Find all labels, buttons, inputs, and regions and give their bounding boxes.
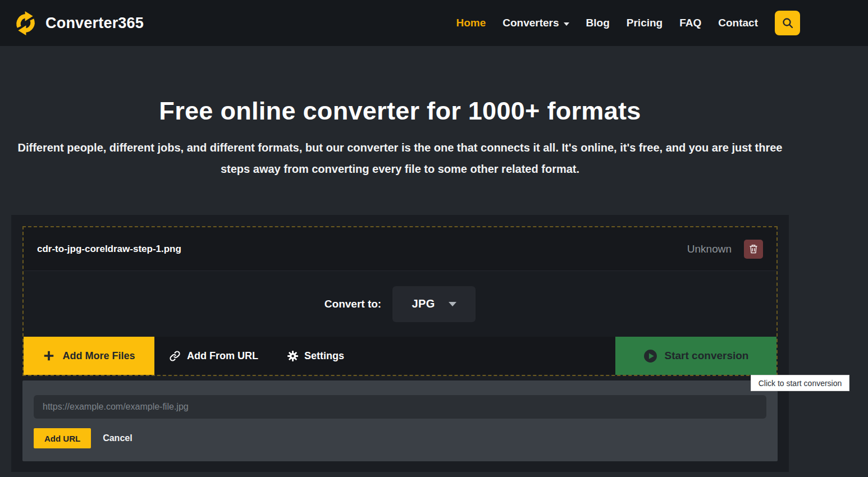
- nav-item-faq[interactable]: FAQ: [679, 17, 701, 29]
- nav-item-pricing[interactable]: Pricing: [627, 17, 663, 29]
- search-button[interactable]: [775, 11, 800, 35]
- add-more-files-button[interactable]: Add More Files: [24, 337, 154, 375]
- link-icon: [169, 350, 181, 362]
- add-url-button[interactable]: Add URL: [34, 428, 91, 448]
- file-dropzone[interactable]: cdr-to-jpg-coreldraw-step-1.png Unknown: [22, 226, 778, 376]
- page-title: Free online converter for 1000+ formats: [0, 97, 800, 126]
- start-conversion-button[interactable]: Start conversion: [615, 337, 776, 375]
- url-input[interactable]: [34, 395, 766, 419]
- selected-format: JPG: [412, 297, 435, 310]
- logo-icon: [12, 10, 39, 36]
- main-nav: Home Converters Blog Pricing FAQ Contact: [456, 11, 800, 35]
- search-icon: [782, 17, 794, 29]
- chevron-down-icon: [564, 22, 569, 26]
- gear-icon: [287, 351, 298, 361]
- trash-icon: [749, 244, 758, 254]
- file-name: cdr-to-jpg-coreldraw-step-1.png: [37, 244, 181, 255]
- file-row: cdr-to-jpg-coreldraw-step-1.png Unknown: [24, 227, 776, 271]
- chevron-down-icon: [449, 302, 456, 306]
- start-conversion-tooltip: Click to start conversion: [751, 375, 849, 391]
- delete-file-button[interactable]: [744, 240, 763, 259]
- converter-box: cdr-to-jpg-coreldraw-step-1.png Unknown: [11, 215, 789, 472]
- brand[interactable]: Converter365: [12, 10, 144, 36]
- brand-name: Converter365: [45, 15, 144, 32]
- actions-row: Add More Files Add From URL: [24, 337, 776, 375]
- plus-icon: [43, 350, 55, 362]
- navbar: Converter365 Home Converters Blog Pricin…: [0, 0, 868, 46]
- settings-button[interactable]: Settings: [273, 337, 359, 375]
- nav-item-contact[interactable]: Contact: [718, 17, 758, 29]
- add-from-url-button[interactable]: Add From URL: [154, 337, 273, 375]
- nav-item-home[interactable]: Home: [456, 17, 486, 29]
- nav-item-blog[interactable]: Blog: [586, 17, 610, 29]
- main-content: Free online converter for 1000+ formats …: [0, 97, 868, 472]
- nav-item-converters[interactable]: Converters: [502, 17, 569, 29]
- add-url-panel: Add URL Cancel: [22, 380, 778, 461]
- convert-to-label: Convert to:: [325, 298, 381, 310]
- play-icon: [643, 349, 657, 363]
- cancel-button[interactable]: Cancel: [103, 433, 132, 443]
- format-select[interactable]: JPG: [392, 286, 476, 322]
- page-subtitle: Different people, different jobs, and di…: [7, 137, 794, 180]
- convert-to-row: Convert to: JPG: [24, 271, 776, 337]
- file-size-label: Unknown: [687, 243, 732, 255]
